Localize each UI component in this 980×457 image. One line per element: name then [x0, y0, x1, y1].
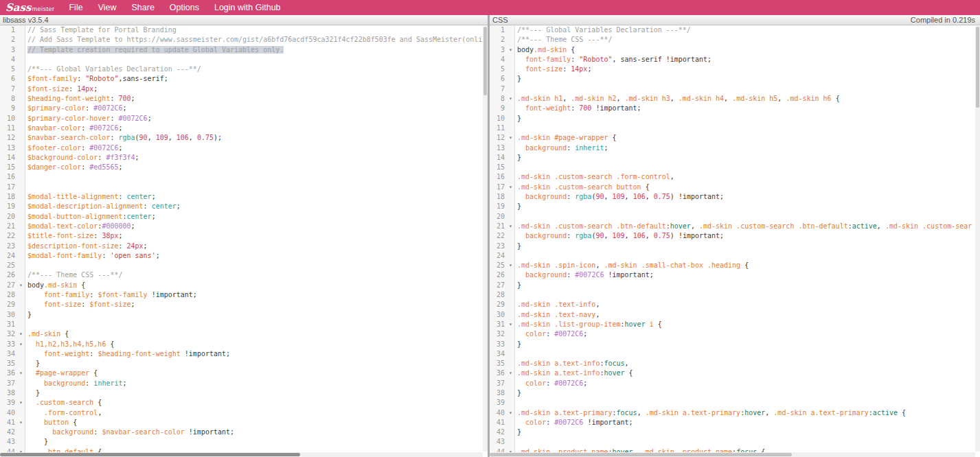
- token: .md-skin #page-wrapper: [517, 134, 608, 141]
- token: .md-skin a.text-primary: [773, 409, 868, 417]
- line-number: 24: [490, 251, 507, 261]
- code-line: 9$primary-color: #0072C6;: [0, 104, 488, 113]
- line-number: 37: [490, 379, 507, 388]
- fold-gutter: [507, 163, 515, 172]
- token: .md-skin .custom-sear: [885, 222, 972, 230]
- token: #f3f3f4: [106, 154, 135, 161]
- token: 700: [118, 95, 130, 102]
- line-number: 27: [0, 281, 17, 290]
- code-line: 17▾.md-skin .custom-search button {: [490, 183, 980, 192]
- token: :: [546, 419, 554, 426]
- fold-gutter: [507, 251, 515, 261]
- code-line: 21$modal-text-color:#000000;: [0, 222, 488, 231]
- token: :: [69, 85, 77, 93]
- token: // Template creation required to update …: [27, 46, 284, 54]
- fold-arrow-icon[interactable]: ▾: [17, 281, 25, 290]
- token: {: [567, 46, 575, 54]
- fold-arrow-icon[interactable]: ▾: [507, 368, 515, 378]
- fold-arrow-icon[interactable]: ▾: [507, 320, 515, 329]
- fold-gutter: [507, 359, 515, 368]
- fold-gutter: [507, 290, 515, 300]
- fold-arrow-icon[interactable]: ▾: [507, 183, 515, 192]
- fold-arrow-icon[interactable]: ▾: [507, 45, 515, 55]
- token: !important;: [148, 291, 197, 298]
- menu-share[interactable]: Share: [124, 0, 162, 15]
- line-number: 25: [0, 261, 17, 270]
- scrollbar-thumb[interactable]: [490, 453, 792, 456]
- code-text: $navbar-search-color: rgba(90, 109, 106,…: [25, 133, 488, 143]
- line-number: 8: [0, 94, 17, 104]
- code-line: 40 .form-control,: [0, 408, 488, 418]
- fold-arrow-icon[interactable]: ▾: [507, 133, 515, 143]
- fold-arrow-icon[interactable]: ▾: [17, 418, 25, 427]
- fold-arrow-icon[interactable]: ▾: [17, 329, 25, 339]
- fold-gutter: [17, 84, 25, 94]
- token: ,: [617, 95, 625, 102]
- fold-gutter: [507, 379, 515, 388]
- menu-login-github[interactable]: Login with Github: [207, 0, 288, 15]
- fold-arrow-icon[interactable]: ▾: [507, 408, 515, 418]
- code-line: 28: [490, 290, 980, 300]
- fold-gutter: [17, 25, 25, 35]
- sass-vertical-scrollbar[interactable]: [483, 26, 488, 452]
- line-number: 18: [0, 192, 17, 202]
- token: .md-skin .custom-search button: [517, 183, 641, 191]
- token: ;: [123, 104, 127, 112]
- code-line: 29.md-skin .text-info,: [490, 300, 980, 309]
- sassmeister-logo[interactable]: Sass meister: [0, 1, 61, 14]
- code-text: font-weight: 700 !important;: [515, 104, 980, 113]
- code-text: font-size: $font-size;: [25, 300, 488, 309]
- token: [27, 428, 52, 436]
- code-text: .md-skin .custom-search .btn-default:hov…: [515, 222, 980, 231]
- code-line: 35.md-skin a.text-info:focus,: [490, 359, 980, 368]
- fold-gutter: [507, 25, 515, 35]
- menu-file[interactable]: File: [61, 0, 90, 15]
- token: font-family: [44, 291, 89, 298]
- code-line: 3// Template creation required to update…: [0, 45, 488, 55]
- line-number: 32: [490, 329, 507, 339]
- token: ,: [189, 134, 197, 141]
- code-line: 8▾.md-skin h1, .md-skin h2, .md-skin h3,…: [490, 94, 980, 104]
- css-horizontal-scrollbar[interactable]: [490, 452, 975, 457]
- css-vertical-scrollbar[interactable]: [975, 26, 980, 452]
- token: {: [77, 281, 85, 289]
- token: #0072C6: [575, 271, 604, 279]
- fold-arrow-icon[interactable]: ▾: [507, 222, 515, 231]
- code-text: [515, 84, 980, 94]
- fold-arrow-icon[interactable]: ▾: [17, 398, 25, 408]
- code-line: 23}: [490, 242, 980, 251]
- code-text: .md-skin .spin-icon, .md-skin .small-cha…: [515, 261, 980, 270]
- scrollbar-thumb[interactable]: [483, 27, 487, 95]
- token: 106: [176, 134, 189, 141]
- token: $danger-color: [27, 163, 81, 171]
- line-number: 7: [490, 84, 507, 94]
- menu-options[interactable]: Options: [162, 0, 207, 15]
- fold-arrow-icon[interactable]: ▾: [17, 368, 25, 378]
- token: [517, 379, 525, 387]
- code-text: $primary-color-hover: #0072C6;: [25, 114, 488, 124]
- token: ,: [646, 232, 654, 239]
- token: ;: [152, 213, 156, 220]
- scrollbar-thumb[interactable]: [976, 27, 979, 108]
- token: button: [44, 419, 69, 426]
- token: .md-skin h1: [517, 95, 562, 102]
- code-line: 32 color: #0072C6;: [490, 329, 980, 339]
- fold-arrow-icon[interactable]: ▾: [17, 340, 25, 349]
- code-text: .md-skin {: [25, 329, 488, 339]
- token: );: [214, 134, 222, 141]
- scrollbar-thumb[interactable]: [0, 453, 300, 456]
- token: $heading-font-weight: [27, 95, 110, 102]
- token: ;: [131, 222, 135, 230]
- sass-code-editor[interactable]: 1// Sass Template for Portal Branding2//…: [0, 25, 488, 457]
- line-number: 26: [490, 270, 507, 280]
- fold-arrow-icon[interactable]: ▾: [507, 94, 515, 104]
- token: ) !important;: [670, 193, 724, 200]
- fold-arrow-icon[interactable]: ▾: [507, 261, 515, 270]
- menu-view[interactable]: View: [91, 0, 124, 15]
- code-line: 41▾ button {: [0, 418, 488, 427]
- sass-horizontal-scrollbar[interactable]: [0, 452, 483, 457]
- css-code-view[interactable]: 1/**--- Global Variables Declaration ---…: [490, 25, 980, 457]
- token: color: [525, 419, 546, 426]
- token: background: [44, 379, 85, 387]
- token: $title-font-size: [27, 232, 93, 239]
